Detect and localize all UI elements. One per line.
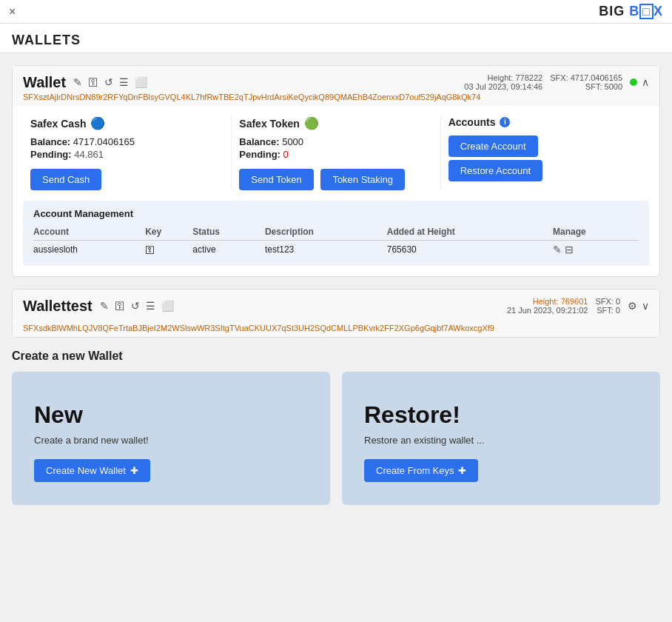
account-name: aussiesloth	[33, 241, 145, 259]
page-title: WALLETS	[0, 24, 672, 53]
accounts-info-icon[interactable]: i	[500, 117, 510, 127]
col-account: Account	[33, 225, 145, 241]
safex-cash-label: Safex Cash	[30, 118, 86, 130]
wallet2-meta: Height: 769601 21 Jun 2023, 09:21:02	[507, 297, 588, 315]
col-description: Description	[265, 225, 387, 241]
page-title-text: WALLETS	[12, 33, 81, 47]
image-icon[interactable]: ⬜	[135, 76, 147, 88]
wallet2-sfx: SFX: 0	[595, 297, 620, 306]
account-added-height: 765630	[387, 241, 553, 259]
account-manage-cell: ✎ ⊟	[553, 241, 639, 259]
balance-value: 4717.0406165	[73, 136, 135, 147]
token-pending-value: 0	[283, 149, 289, 160]
col-key: Key	[145, 225, 192, 241]
wallet2-date: 21 Jun 2023, 09:21:02	[507, 306, 588, 315]
wallet1-date: 03 Jul 2023, 09:14:46	[464, 82, 542, 91]
list-icon[interactable]: ☰	[119, 76, 129, 88]
accounts-label: Accounts	[448, 116, 496, 128]
create-new-wallet-label: Create New Wallet	[46, 465, 126, 476]
create-from-keys-button[interactable]: Create From Keys ✚	[364, 459, 478, 482]
wallet1-height: Height: 778222	[488, 73, 543, 82]
account-mgmt-title: Account Management	[33, 208, 639, 219]
list-icon2[interactable]: ☰	[146, 300, 155, 312]
token-staking-button[interactable]: Token Staking	[320, 169, 405, 190]
wallet1-expand: ∧	[630, 76, 649, 88]
col-manage: Manage	[553, 225, 639, 241]
create-new-wallet-button[interactable]: Create New Wallet ✚	[34, 459, 150, 482]
wallet2-expand: ⚙ ∨	[628, 300, 649, 312]
wallet1-meta: Height: 778222 03 Jul 2023, 09:14:46	[464, 73, 542, 91]
account-table: Account Key Status Description Added at …	[33, 225, 639, 258]
wallet1-icons: ✎ ⚿ ↺ ☰ ⬜	[73, 76, 147, 88]
account-status: active	[192, 241, 265, 259]
pending-value: 44.861	[74, 149, 104, 160]
main-content: Wallet ✎ ⚿ ↺ ☰ ⬜ Height: 778222 03 Jul 2…	[0, 53, 672, 517]
pending-label: Pending:	[30, 149, 72, 160]
wallet2-icons: ✎ ⚿ ↺ ☰ ⬜	[100, 300, 174, 312]
account-table-header: Account Key Status Description Added at …	[33, 225, 639, 241]
safex-cash-pending: Pending: 44.861	[30, 149, 224, 160]
gear-icon[interactable]: ⚙	[628, 300, 637, 312]
create-from-plus-icon: ✚	[458, 465, 466, 476]
wallet2-address: SFXsdkBlWMhLQJV8QFeTrtaBJBjeI2M2WSlswWR3…	[13, 322, 659, 337]
wallet1-balance-meta: SFX: 4717.0406165 SFT: 5000	[550, 73, 622, 91]
wallet1-title: Wallet	[23, 74, 66, 91]
wallet2-height: Height: 769601	[533, 297, 588, 306]
key-icon2[interactable]: ⚿	[115, 300, 125, 312]
restore-wallet-title: Restore!	[364, 401, 638, 429]
accounts-section: Accounts i Create Account Restore Accoun…	[441, 116, 649, 190]
connection-dot	[630, 78, 637, 86]
safex-token-icon: 🟢	[304, 116, 319, 130]
restore-wallet-card: Restore! Restore an existing wallet ... …	[342, 372, 660, 505]
logo: BIG B□X	[599, 4, 663, 19]
delete-account-icon[interactable]: ⊟	[565, 244, 574, 255]
title-bar: × BIG B□X	[0, 0, 672, 24]
new-wallet-card: New Create a brand new wallet! Create Ne…	[12, 372, 330, 505]
balance-label: Balance:	[30, 136, 70, 147]
manage-icons: ✎ ⊟	[553, 244, 634, 255]
create-from-keys-label: Create From Keys	[376, 465, 454, 476]
col-height: Added at Height	[387, 225, 553, 241]
table-row: aussiesloth ⚿ active test123 765630 ✎ ⊟	[33, 241, 639, 259]
edit-account-icon[interactable]: ✎	[553, 244, 562, 255]
collapse-icon[interactable]: ∧	[642, 76, 649, 88]
edit-icon[interactable]: ✎	[73, 76, 82, 88]
accounts-buttons: Create Account Restore Account	[448, 136, 642, 181]
create-account-button[interactable]: Create Account	[448, 136, 538, 157]
safex-token-section: Safex Token 🟢 Balance: 5000 Pending: 0 S…	[232, 116, 440, 190]
safex-cash-icon: 🔵	[90, 116, 105, 130]
expand-icon[interactable]: ∨	[642, 300, 649, 312]
create-cards: New Create a brand new wallet! Create Ne…	[12, 372, 660, 505]
new-wallet-desc: Create a brand new wallet!	[34, 435, 308, 446]
wallet2-balance-meta: SFX: 0 SFT: 0	[595, 297, 620, 315]
safex-cash-title: Safex Cash 🔵	[30, 116, 224, 130]
token-balance-label: Balance:	[239, 136, 279, 147]
safex-token-label: Safex Token	[239, 118, 299, 130]
accounts-title: Accounts i	[448, 116, 642, 128]
refresh-icon2[interactable]: ↺	[131, 300, 140, 312]
account-management: Account Management Account Key Status De…	[23, 201, 649, 266]
token-balance-value: 5000	[282, 136, 303, 147]
wallet1-sft: SFT: 5000	[585, 82, 622, 91]
safex-cash-balance: Balance: 4717.0406165	[30, 136, 224, 147]
account-key: ⚿	[145, 241, 192, 259]
edit-icon2[interactable]: ✎	[100, 300, 109, 312]
token-buttons: Send Token Token Staking	[239, 161, 432, 190]
create-section-title: Create a new Wallet	[12, 350, 660, 363]
wallet2-sft: SFT: 0	[597, 306, 620, 315]
safex-token-balance: Balance: 5000	[239, 136, 432, 147]
close-button[interactable]: ×	[9, 6, 16, 18]
wallet1-address: SFXsztAjlrDNrsDN89r2RFYqDnFBlsyGVQL4KL7h…	[13, 91, 659, 106]
image-icon2[interactable]: ⬜	[161, 300, 174, 312]
send-cash-button[interactable]: Send Cash	[30, 169, 101, 190]
refresh-icon[interactable]: ↺	[104, 76, 113, 88]
restore-account-button[interactable]: Restore Account	[448, 160, 542, 181]
send-token-button[interactable]: Send Token	[239, 169, 313, 190]
wallet2-card: Wallettest ✎ ⚿ ↺ ☰ ⬜ Height: 769601 21 J…	[12, 289, 660, 338]
create-section: Create a new Wallet New Create a brand n…	[12, 350, 660, 505]
key-icon[interactable]: ⚿	[88, 76, 98, 88]
token-pending-label: Pending:	[239, 149, 280, 160]
new-wallet-title: New	[34, 401, 308, 429]
col-status: Status	[192, 225, 265, 241]
create-new-plus-icon: ✚	[130, 465, 138, 476]
